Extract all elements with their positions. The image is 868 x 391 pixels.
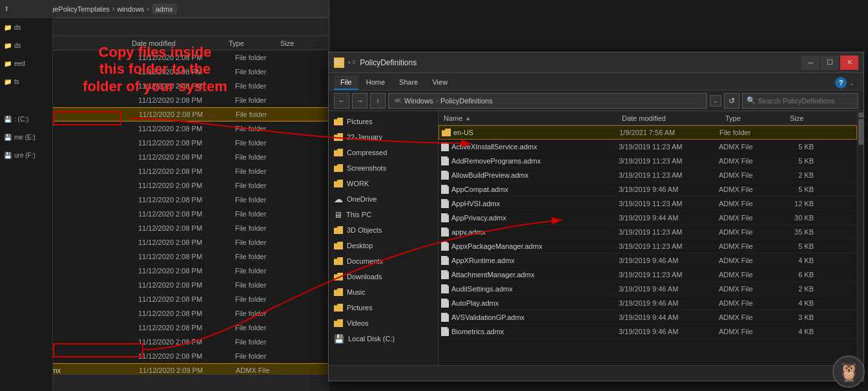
right-file-row[interactable]: AppCompat.admx 3/19/2019 9:46 AM ADMX Fi… [439, 182, 857, 196]
scroll-up-arrow[interactable] [858, 112, 863, 118]
address-bar[interactable]: ≪ Windows › PolicyDefinitions [388, 93, 707, 109]
address-expand-icon: ⌄ [713, 98, 718, 104]
tab-file[interactable]: File [334, 76, 358, 90]
nav-sidebar-item[interactable]: Pictures [329, 300, 438, 315]
tab-share[interactable]: Share [393, 76, 424, 90]
search-placeholder: Search PolicyDefinitions [758, 97, 835, 105]
sidebar-drive-f[interactable]: 💾 ure (F:) [0, 146, 52, 164]
tab-view[interactable]: View [426, 76, 454, 90]
file-type: File folder [235, 253, 287, 260]
rf-date-cell: 3/19/2019 11:23 AM [619, 143, 719, 151]
rf-size-cell: 5 KB [780, 242, 819, 250]
file-type: File folder [235, 196, 287, 204]
rf-type-cell: ADMX File [719, 143, 780, 151]
rf-date-cell: 3/19/2019 9:46 AM [619, 185, 719, 193]
right-file-row[interactable]: ActiveXInstallService.admx 3/19/2019 11:… [439, 140, 857, 154]
file-type: File folder [235, 310, 287, 317]
right-file-row[interactable]: AuditSettings.admx 3/19/2019 9:46 AM ADM… [439, 282, 857, 296]
right-file-row[interactable]: Biometrics.admx 3/19/2019 9:46 AM ADMX F… [439, 324, 857, 339]
sidebar-drive-c[interactable]: 💾 : (C:) [0, 110, 52, 128]
file-type: File folder [235, 139, 287, 147]
right-file-row[interactable]: AVSValidationGP.admx 3/19/2019 9:44 AM A… [439, 310, 857, 324]
right-file-row[interactable]: AddRemovePrograms.admx 3/19/2019 11:23 A… [439, 154, 857, 168]
rf-name-cell: en-US [442, 129, 619, 136]
search-bar[interactable]: 🔍 Search PolicyDefinitions [742, 93, 858, 109]
left-sidebar: ⬆ 📁 ds 📁 ds 📁 eed 📁 ts 💾 : (C:) 💾 me (E:… [0, 0, 53, 391]
nav-sidebar-item[interactable]: Videos [329, 315, 438, 331]
nav-sidebar-item[interactable]: Pictures [329, 114, 438, 129]
sidebar-icon-3: 📁 [4, 60, 12, 67]
right-file-row[interactable]: en-US 1/9/2021 7:56 AM File folder [439, 125, 857, 140]
nav-sidebar-item[interactable]: ☁OneDrive [329, 191, 438, 207]
help-button[interactable]: ? [835, 77, 847, 89]
right-scrollbar[interactable] [857, 111, 863, 365]
nav-sidebar-item[interactable]: Music [329, 284, 438, 300]
rf-name-cell: appv.admx [441, 227, 619, 237]
nav-sidebar-item[interactable]: 22-January [329, 129, 438, 145]
rf-name-text: AutoPlay.admx [451, 299, 499, 307]
sidebar-label-2: ds [14, 42, 21, 49]
col-header-size: Size [280, 39, 319, 47]
file-date: 11/12/2020 2:08 PM [138, 238, 235, 246]
drive-icon-e: 💾 [4, 134, 12, 141]
up-button[interactable]: ↑ [370, 93, 386, 109]
sidebar-drive-e[interactable]: 💾 me (E:) [0, 128, 52, 146]
rf-name-cell: AddRemovePrograms.admx [441, 156, 619, 165]
nav-sidebar-item[interactable]: Compressed [329, 145, 438, 160]
nav-sidebar-item[interactable]: Desktop [329, 238, 438, 253]
rf-date-cell: 3/19/2019 11:23 AM [619, 171, 719, 179]
nav-sidebar-item[interactable]: 🖥This PC [329, 207, 438, 222]
sidebar-item-2[interactable]: 📁 ds [0, 36, 52, 54]
breadcrumb-part-2[interactable]: windows [117, 5, 144, 13]
svg-marker-33 [447, 185, 449, 187]
nav-sidebar-item[interactable]: 💾Local Disk (C:) [329, 331, 438, 346]
minimize-button[interactable]: ─ [801, 56, 820, 70]
nav-sidebar-item[interactable]: Downloads [329, 269, 438, 284]
right-file-row[interactable]: AllowBuildPreview.admx 3/19/2019 11:23 A… [439, 168, 857, 182]
sidebar-item-4[interactable]: 📁 ts [0, 72, 52, 90]
sidebar-label-f: ure (F:) [14, 152, 36, 159]
file-date: 11/12/2020 2:08 PM [138, 139, 235, 147]
rf-size-cell: 5 KB [780, 185, 819, 193]
nav-item-label: Music [347, 288, 366, 296]
folder-icon [334, 304, 343, 312]
rf-name-cell: AVSValidationGP.admx [441, 313, 619, 322]
window-titlebar: 🗁 ▪ = PolicyDefinitions ─ ☐ ✕ [329, 52, 863, 73]
right-file-row[interactable]: AppxPackageManager.admx 3/19/2019 11:23 … [439, 239, 857, 253]
sidebar-item-1[interactable]: 📁 ds [0, 18, 52, 36]
sidebar-item-3[interactable]: 📁 eed [0, 54, 52, 72]
file-type: ADMX File [236, 366, 287, 374]
forward-button[interactable]: → [352, 93, 367, 109]
breadcrumb-part-3[interactable]: admx [152, 4, 177, 14]
rf-name-text: AppXRuntime.admx [451, 257, 515, 264]
nav-item-label: WORK [347, 180, 369, 187]
right-file-row[interactable]: AppXRuntime.admx 3/19/2019 9:46 AM ADMX … [439, 253, 857, 268]
nav-sidebar-item[interactable]: WORK [329, 176, 438, 191]
nav-sidebar-item[interactable]: Documents [329, 253, 438, 269]
rf-type-cell: ADMX File [719, 299, 780, 307]
address-expand-button[interactable]: ⌄ [710, 95, 721, 107]
nav-sidebar-item[interactable]: 3D Objects [329, 222, 438, 238]
rf-name-text: AppPrivacy.admx [451, 214, 506, 222]
rf-name-text: AttachmentManager.admx [451, 271, 534, 279]
file-type: File folder [235, 96, 287, 104]
refresh-button[interactable]: ↺ [724, 93, 739, 109]
scroll-thumb[interactable] [858, 119, 863, 145]
tab-home[interactable]: Home [360, 76, 391, 90]
right-file-row[interactable]: AutoPlay.admx 3/19/2019 9:46 AM ADMX Fil… [439, 296, 857, 310]
window-controls[interactable]: ─ ☐ ✕ [801, 56, 858, 70]
maximize-button[interactable]: ☐ [821, 56, 839, 70]
rf-size-cell: 12 KB [780, 200, 819, 207]
close-button[interactable]: ✕ [840, 56, 858, 70]
right-file-row[interactable]: AppHVSI.admx 3/19/2019 11:23 AM ADMX Fil… [439, 196, 857, 211]
right-file-row[interactable]: AttachmentManager.admx 3/19/2019 11:23 A… [439, 268, 857, 282]
right-file-row[interactable]: appv.admx 3/19/2019 11:23 AM ADMX File 3… [439, 225, 857, 239]
back-button[interactable]: ← [334, 93, 349, 109]
nav-sidebar-item[interactable]: Screenshots [329, 160, 438, 176]
svg-marker-49 [447, 299, 449, 301]
ribbon-expand-button[interactable]: ⌄ [849, 79, 854, 87]
right-file-row[interactable]: AppPrivacy.admx 3/19/2019 9:44 AM ADMX F… [439, 211, 857, 225]
folder-icon [334, 133, 343, 141]
nav-item-label: Screenshots [347, 164, 386, 172]
file-type: File folder [235, 182, 287, 189]
